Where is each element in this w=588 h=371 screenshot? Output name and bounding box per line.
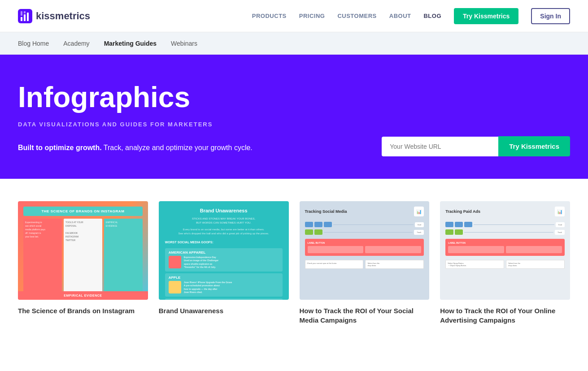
card-1-image: THE SCIENCE OF BRANDS ON INSTAGRAM Exper…	[18, 201, 148, 300]
logo-text: kissmetrics	[36, 10, 90, 22]
card-2-image: Brand Unawareness STICKS AND STONES MAY …	[159, 201, 289, 300]
main-content: THE SCIENCE OF BRANDS ON INSTAGRAM Exper…	[0, 179, 588, 347]
sub-nav-blog-home[interactable]: Blog Home	[18, 40, 49, 47]
hero-cta-row: Try Kissmetrics	[382, 136, 570, 156]
website-url-input[interactable]	[382, 137, 498, 156]
svg-rect-5	[27, 13, 29, 21]
card-2-title: Brand Unawareness	[159, 306, 289, 315]
card-4-icon: 📊	[555, 207, 565, 216]
hero-subtitle: DATA VISUALIZATIONS AND GUIDES FOR MARKE…	[18, 121, 570, 128]
card-3-diagram: Goal Track LABEL BUTTON	[305, 222, 424, 269]
card-4-img-title: Tracking Paid Ads	[445, 209, 480, 214]
site-header: kissmetrics PRODUCTS PRICING CUSTOMERS A…	[0, 0, 588, 32]
card-2-items: AMERICAN APPAREL Expressive Independence…	[165, 248, 283, 300]
svg-rect-3	[24, 14, 26, 21]
card-2[interactable]: Brand Unawareness STICKS AND STONES MAY …	[159, 201, 289, 325]
hero-try-kissmetrics-button[interactable]: Try Kissmetrics	[498, 136, 570, 156]
sub-nav: Blog Home Academy Marketing Guides Webin…	[0, 32, 588, 55]
card-2-img-sub: STICKS AND STONES MAY BREAK YOUR BONES,B…	[165, 217, 283, 225]
card-3-title: How to Track the ROI of Your Social Medi…	[300, 306, 430, 325]
cards-grid: THE SCIENCE OF BRANDS ON INSTAGRAM Exper…	[18, 201, 570, 325]
card-1[interactable]: THE SCIENCE OF BRANDS ON INSTAGRAM Exper…	[18, 201, 148, 325]
card-2-img-title: Brand Unawareness	[165, 207, 283, 214]
hero-body-text: Track, analyze and optimize your growth …	[104, 144, 253, 151]
card-3[interactable]: Tracking Social Media 📊 Goal	[300, 201, 430, 325]
main-nav: PRODUCTS PRICING CUSTOMERS ABOUT BLOG Tr…	[252, 8, 570, 24]
card-3-img-title: Tracking Social Media	[305, 209, 347, 214]
card-4-diagram: Goal Track LABEL BUTTON	[445, 222, 565, 269]
card-4-title: How to Track the ROI of Your Online Adve…	[440, 306, 570, 325]
card-1-title: The Science of Brands on Instagram	[18, 306, 148, 315]
hero-title: Infographics	[18, 82, 570, 113]
card-2-worst-label: WORST SOCIAL MEDIA GOOFS:	[165, 241, 283, 244]
card-4-header: Tracking Paid Ads 📊	[445, 207, 565, 216]
card-3-header: Tracking Social Media 📊	[305, 207, 424, 216]
nav-pricing[interactable]: PRICING	[299, 13, 325, 19]
nav-blog[interactable]: BLOG	[423, 13, 441, 19]
card-4-image: Tracking Paid Ads 📊 Goal	[440, 201, 570, 300]
svg-rect-4	[24, 11, 26, 13]
logo-link[interactable]: kissmetrics	[18, 9, 90, 23]
sub-nav-academy[interactable]: Academy	[63, 40, 89, 47]
card-4[interactable]: Tracking Paid Ads 📊 Goal	[440, 201, 570, 325]
svg-rect-1	[21, 17, 22, 21]
card-1-img-body: Experimenting tosee which socialmedia pl…	[23, 219, 143, 294]
card-1-img-header: THE SCIENCE OF BRANDS ON INSTAGRAM	[23, 207, 143, 216]
card-3-icon: 📊	[414, 207, 424, 216]
try-kissmetrics-button[interactable]: Try Kissmetrics	[454, 8, 518, 24]
sign-in-button[interactable]: Sign In	[531, 8, 570, 24]
hero-body-bold: Built to optimize growth.	[18, 144, 102, 151]
sub-nav-marketing-guides[interactable]: Marketing Guides	[104, 40, 157, 47]
logo-icon	[18, 9, 32, 23]
nav-products[interactable]: PRODUCTS	[252, 13, 287, 19]
card-2-img-body: Every brand is on social media, but some…	[165, 228, 283, 236]
hero-section: Infographics DATA VISUALIZATIONS AND GUI…	[0, 55, 588, 179]
nav-about[interactable]: ABOUT	[389, 13, 411, 19]
svg-rect-2	[21, 11, 22, 16]
nav-customers[interactable]: CUSTOMERS	[337, 13, 376, 19]
sub-nav-webinars[interactable]: Webinars	[171, 40, 197, 47]
card-3-image: Tracking Social Media 📊 Goal	[300, 201, 430, 300]
